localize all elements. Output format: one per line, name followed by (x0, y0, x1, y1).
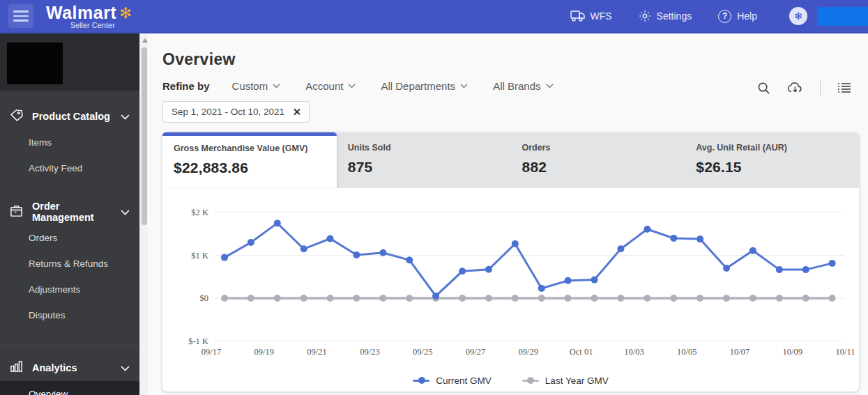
sidebar-item-adjustments[interactable]: Adjustments (0, 277, 139, 302)
seller-spark-badge-icon[interactable] (789, 7, 807, 25)
refine-by-label: Refine by (162, 80, 210, 92)
kpi-value: 882 (522, 159, 685, 176)
nav-settings-label: Settings (657, 10, 692, 22)
chevron-down-icon (121, 111, 130, 122)
list-view-icon[interactable] (837, 82, 851, 93)
filter-account[interactable]: Account (305, 80, 356, 92)
brand-subtitle: Seller Center (46, 21, 132, 29)
date-filter-chip[interactable]: Sep 1, 2021 - Oct 10, 2021 (162, 101, 310, 123)
svg-text:10/07: 10/07 (730, 347, 749, 357)
svg-text:09/27: 09/27 (466, 347, 485, 357)
nav-help[interactable]: Help (718, 10, 757, 23)
tag-icon (10, 109, 23, 124)
filter-label: Account (305, 80, 343, 92)
chart-legend: Current GMVLast Year GMV (162, 369, 859, 392)
walmart-seller-center-app: { "topbar": { "brand": { "name": "Walmar… (0, 0, 868, 395)
kpi-tabs: Gross Merchandise Value (GMV) $22,883.86… (162, 132, 859, 188)
filter-brands[interactable]: All Brands (493, 80, 553, 92)
account-menu[interactable] (817, 7, 868, 26)
kpi-value: $22,883.86 (174, 160, 337, 176)
svg-text:09/21: 09/21 (307, 347, 326, 357)
sidebar-item-items[interactable]: Items (0, 130, 139, 155)
section-label: Order Management (32, 201, 112, 223)
sidebar-section-analytics[interactable]: Analytics (0, 355, 139, 381)
kpi-tab-units-sold[interactable]: Units Sold 875 (337, 132, 511, 188)
page-actions (757, 81, 851, 95)
sidebar-section-product-catalog[interactable]: Product Catalog (0, 103, 139, 130)
kpi-label: Gross Merchandise Value (GMV) (174, 144, 337, 153)
sidebar-logo-band (0, 33, 139, 91)
nav-settings[interactable]: Settings (639, 10, 692, 22)
brand-name: Walmart (46, 3, 116, 23)
kpi-label: Avg. Unit Retail (AUR) (696, 143, 859, 153)
sidebar-item-activity-feed[interactable]: Activity Feed (0, 155, 139, 181)
kpi-value: 875 (348, 159, 511, 176)
sidebar-item-disputes[interactable]: Disputes (0, 302, 139, 328)
sidebar-scrollbar[interactable] (139, 33, 148, 395)
divider (820, 81, 821, 95)
page-title: Overview (162, 50, 868, 69)
walmart-spark-icon: ✻ (119, 6, 132, 20)
svg-text:10/05: 10/05 (677, 347, 696, 357)
gear-icon (639, 10, 651, 22)
filter-label: All Brands (493, 80, 540, 92)
topbar: Walmart ✻ Seller Center WFS Settings (0, 0, 868, 33)
svg-text:09/29: 09/29 (519, 347, 538, 357)
nav-wfs[interactable]: WFS (570, 10, 612, 22)
svg-text:10/03: 10/03 (624, 347, 644, 357)
sidebar-section-order-management[interactable]: Order Management (0, 199, 139, 225)
kpi-tab-orders[interactable]: Orders 882 (511, 132, 685, 188)
box-icon (10, 204, 23, 219)
topbar-nav: WFS Settings Help (570, 10, 758, 23)
svg-text:$-1 K: $-1 K (188, 336, 208, 346)
svg-text:$1 K: $1 K (191, 251, 208, 261)
svg-text:$2 K: $2 K (191, 208, 208, 217)
search-icon[interactable] (757, 82, 770, 95)
svg-text:10/11: 10/11 (836, 347, 855, 357)
nav-help-label: Help (737, 10, 757, 22)
kpi-tab-gmv[interactable]: Gross Merchandise Value (GMV) $22,883.86 (162, 132, 337, 188)
svg-text:$0: $0 (200, 293, 209, 303)
filter-label: All Departments (381, 80, 455, 92)
bar-chart-icon (10, 360, 23, 375)
kpi-label: Units Sold (348, 143, 511, 153)
chevron-down-icon (546, 84, 554, 88)
kpi-value: $26.15 (696, 159, 859, 176)
svg-text:Oct 01: Oct 01 (570, 347, 593, 357)
date-range-text: Sep 1, 2021 - Oct 10, 2021 (172, 107, 284, 117)
truck-icon (570, 10, 585, 22)
svg-text:09/17: 09/17 (201, 347, 221, 357)
legend-current-gmv[interactable]: Current GMV (413, 375, 492, 386)
filter-label: Custom (232, 80, 268, 92)
chevron-down-icon (121, 206, 130, 217)
chevron-down-icon (460, 84, 468, 88)
gmv-line-chart: $2 K$1 K$0$-1 K09/1709/1909/2109/2309/25… (162, 188, 859, 369)
legend-last-year-gmv[interactable]: Last Year GMV (522, 375, 609, 386)
sidebar-item-orders[interactable]: Orders (0, 225, 139, 251)
svg-text:09/25: 09/25 (413, 347, 432, 357)
sidebar: Product Catalog Items Activity Feed Orde… (0, 33, 139, 395)
sidebar-item-returns-refunds[interactable]: Returns & Refunds (0, 251, 139, 277)
scrollbar-thumb[interactable] (142, 47, 147, 225)
section-label: Analytics (32, 362, 77, 373)
kpi-label: Orders (522, 143, 685, 153)
svg-text:09/19: 09/19 (254, 347, 274, 357)
svg-text:09/23: 09/23 (360, 347, 379, 357)
store-logo-image (7, 42, 63, 84)
main-content: Overview Refine by Custom Account All De… (148, 33, 868, 395)
download-cloud-icon[interactable] (787, 82, 803, 95)
walmart-logo[interactable]: Walmart ✻ Seller Center (46, 3, 132, 29)
sidebar-item-overview[interactable]: Overview (0, 381, 139, 395)
section-label: Product Catalog (32, 111, 110, 122)
kpi-tab-aur[interactable]: Avg. Unit Retail (AUR) $26.15 (685, 132, 859, 188)
remove-filter-icon[interactable] (293, 108, 300, 116)
help-icon (718, 10, 731, 23)
nav-wfs-label: WFS (591, 10, 612, 22)
chevron-down-icon (273, 84, 280, 88)
hamburger-menu-icon[interactable] (8, 4, 33, 28)
filter-departments[interactable]: All Departments (381, 80, 468, 92)
svg-text:10/09: 10/09 (783, 347, 802, 357)
chevron-down-icon (121, 362, 130, 373)
filter-date-range[interactable]: Custom (232, 80, 281, 92)
analytics-card: Gross Merchandise Value (GMV) $22,883.86… (162, 132, 859, 392)
